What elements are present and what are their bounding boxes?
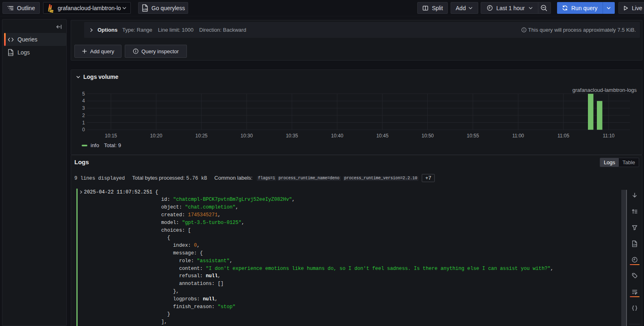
svg-text:LOG: LOG <box>633 243 637 246</box>
svg-text:10:30: 10:30 <box>241 133 253 139</box>
svg-text:LOG: LOG <box>9 52 13 55</box>
svg-text:1: 1 <box>82 120 85 126</box>
svg-text:11:00: 11:00 <box>512 133 524 139</box>
svg-text:5: 5 <box>82 91 85 97</box>
svg-text:11:10: 11:10 <box>603 133 614 139</box>
svg-text:10:55: 10:55 <box>467 133 479 139</box>
svg-text:10:15: 10:15 <box>105 133 117 139</box>
svg-text:10:20: 10:20 <box>150 133 162 139</box>
svg-text:0: 0 <box>82 127 85 133</box>
svg-text:LOG: LOG <box>143 8 148 11</box>
svg-text:10:50: 10:50 <box>422 133 434 139</box>
svg-text:2: 2 <box>82 113 85 118</box>
svg-text:grafanacloud-lambtron-logs: grafanacloud-lambtron-logs <box>572 87 637 93</box>
svg-text:11:05: 11:05 <box>557 133 569 139</box>
svg-text:4: 4 <box>82 98 85 104</box>
svg-text:10:35: 10:35 <box>286 133 298 139</box>
svg-text:10:25: 10:25 <box>195 133 208 139</box>
svg-text:10:40: 10:40 <box>331 133 343 139</box>
svg-text:3: 3 <box>82 105 85 111</box>
svg-text:10:45: 10:45 <box>376 133 388 139</box>
